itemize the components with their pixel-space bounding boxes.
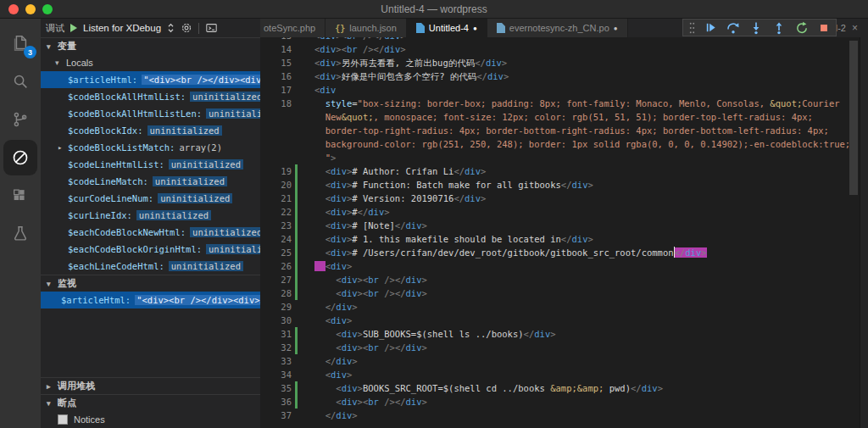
debug-console-icon[interactable] — [205, 22, 218, 34]
config-dropdown-icon[interactable] — [167, 23, 175, 33]
section-watch[interactable]: ▾ 监视 — [41, 275, 260, 292]
step-out-button[interactable] — [772, 21, 786, 35]
variable-row[interactable]: $codeBlockAllHtmlListLen:uninitializ… — [41, 105, 260, 122]
section-variables[interactable]: ▾ 变量 — [41, 37, 260, 54]
line-number[interactable]: 33 — [260, 354, 292, 368]
close-icon[interactable]: × — [852, 22, 858, 34]
code-line[interactable]: 15<div>另外再去看看, 之前出bug的代码</div> — [260, 56, 868, 69]
variable-row[interactable]: $codeLineHtmlList:uninitialized — [41, 156, 260, 173]
code-line[interactable]: 23 <div># [Note]</div> — [260, 219, 868, 232]
code-line[interactable]: 24 <div># 1. this makefile should be loc… — [260, 232, 868, 246]
code-line[interactable]: 16<div>好像是中间包含多个空行? 的代码</div> — [260, 69, 868, 83]
editor-lines[interactable]: 13<div><br /></div>14<div><br /></div>15… — [260, 37, 868, 428]
code-line[interactable]: 31 <div>SUB_BOOKS=$(shell ls ../books)</… — [260, 327, 868, 341]
continue-button[interactable] — [704, 21, 717, 34]
modified-dot-icon[interactable]: ● — [614, 25, 618, 32]
line-number[interactable]: 34 — [260, 368, 292, 381]
line-number[interactable]: 19 — [260, 164, 292, 178]
code-line[interactable]: 33 </div> — [260, 354, 868, 368]
variable-row[interactable]: ▸$codeBlockListMatch:array(2) — [41, 139, 260, 156]
variable-row[interactable]: $articleHtml:"<div><br /></div><div>… — [41, 71, 260, 88]
gear-icon[interactable] — [181, 22, 192, 34]
code-line[interactable]: 37 </div> — [260, 409, 868, 422]
code-line[interactable]: 36 <div><br /></div> — [260, 395, 868, 409]
line-number[interactable]: 22 — [260, 205, 292, 219]
line-number[interactable]: 36 — [260, 395, 292, 409]
line-number[interactable]: 32 — [260, 341, 292, 354]
watch-row[interactable]: $articleHtml: "<div><br /></div><div>… — [41, 292, 260, 308]
scrollbar[interactable] — [849, 41, 858, 195]
variable-row[interactable]: $codeBlockAllHtmlList:uninitialized — [41, 88, 260, 105]
code-line[interactable]: 26 <div> — [260, 259, 868, 273]
section-call-stack[interactable]: ▸ 调用堆栈 — [41, 377, 260, 394]
code-line[interactable]: 32 <div><br /></div> — [260, 341, 868, 354]
line-number[interactable] — [260, 124, 292, 137]
sidebar-item-test[interactable] — [3, 216, 37, 252]
line-number[interactable]: 30 — [260, 314, 292, 327]
line-number[interactable] — [260, 151, 292, 164]
code-line[interactable]: 17<div — [260, 83, 868, 97]
code-line[interactable]: 35 <div>BOOKS_SRC_ROOT=$(shell cd ../boo… — [260, 381, 868, 395]
close-window-button[interactable] — [8, 4, 19, 14]
code-line[interactable]: 28 <div><br /></div> — [260, 286, 868, 300]
tab-launch-json[interactable]: {} launch.json — [326, 19, 407, 37]
sidebar-item-source-control[interactable] — [3, 102, 37, 137]
drag-handle-icon[interactable] — [689, 21, 695, 35]
code-line[interactable]: 34 <div> — [260, 368, 868, 381]
line-number[interactable]: 23 — [260, 219, 292, 232]
stop-button[interactable] — [818, 22, 830, 34]
modified-dot-icon[interactable]: ● — [473, 25, 477, 32]
code-line[interactable]: 21 <div># Version: 20190716</div> — [260, 192, 868, 205]
line-number[interactable]: 26 — [260, 259, 292, 273]
code-line[interactable]: 27 <div><br /></div> — [260, 273, 868, 286]
line-number[interactable] — [260, 110, 292, 124]
code-line[interactable]: "> — [260, 151, 868, 164]
code-line[interactable]: 25 <div># /Users/crifan/dev/dev_root/git… — [260, 246, 868, 259]
code-line[interactable]: border-top-right-radius: 4px; border-bot… — [260, 124, 868, 137]
tab-notesync-php[interactable]: oteSync.php — [260, 19, 326, 37]
line-number[interactable]: 35 — [260, 381, 292, 395]
breakpoint-checkbox[interactable] — [58, 414, 68, 425]
variable-row[interactable]: $eachCodeBlockNewHtml:uninitialized — [41, 224, 260, 241]
start-debugging-button[interactable] — [70, 24, 77, 32]
code-line[interactable]: 14<div><br /></div> — [260, 42, 868, 56]
breakpoint-row[interactable]: Notices — [41, 411, 260, 428]
code-line[interactable]: 22 <div>#</div> — [260, 205, 868, 219]
code-line[interactable]: 29 </div> — [260, 300, 868, 314]
code-line[interactable]: 20 <div># Function: Batch make for all g… — [260, 178, 868, 192]
line-number[interactable]: 37 — [260, 409, 292, 422]
sidebar-item-run-debug[interactable] — [3, 140, 37, 175]
line-number[interactable]: 14 — [260, 42, 292, 56]
minimize-window-button[interactable] — [25, 4, 36, 14]
line-number[interactable]: 27 — [260, 273, 292, 286]
line-number[interactable]: 31 — [260, 327, 292, 341]
code-line[interactable]: New&quot;, monospace; font-size: 12px; c… — [260, 110, 868, 124]
sidebar-item-search[interactable] — [3, 64, 37, 99]
section-breakpoints[interactable]: ▾ 断点 — [41, 394, 260, 411]
line-number[interactable]: 16 — [260, 69, 292, 83]
sidebar-item-explorer[interactable]: 3 — [3, 25, 37, 61]
code-line[interactable]: 30 <div> — [260, 314, 868, 327]
variable-row[interactable]: $eachCodeBlockOriginHtml:uninitializ… — [41, 241, 260, 258]
variable-row[interactable]: $curLineIdx:uninitialized — [41, 207, 260, 224]
chevron-right-icon[interactable]: ▸ — [58, 143, 68, 152]
code-line[interactable]: 19 <div># Author: Crifan Li</div> — [260, 164, 868, 178]
code-line[interactable]: background-color: rgb(251, 250, 248); bo… — [260, 137, 868, 151]
step-into-button[interactable] — [749, 21, 763, 35]
line-number[interactable]: 15 — [260, 56, 292, 69]
line-number[interactable] — [260, 137, 292, 151]
zoom-window-button[interactable] — [42, 4, 53, 14]
line-number[interactable]: 29 — [260, 300, 292, 314]
step-over-button[interactable] — [726, 21, 740, 35]
code-line[interactable]: 18 style="box-sizing: border-box; paddin… — [260, 97, 868, 110]
line-number[interactable]: 24 — [260, 232, 292, 246]
tab-untitled-4[interactable]: Untitled-4 ● — [407, 19, 487, 37]
line-number[interactable]: 20 — [260, 178, 292, 192]
tab-evernotesync-po[interactable]: evernotesync-zh_CN.po ● — [487, 19, 628, 37]
line-number[interactable]: 25 — [260, 246, 292, 259]
line-number[interactable]: 28 — [260, 286, 292, 300]
restart-button[interactable] — [795, 21, 809, 35]
variable-row[interactable]: $curCodeLineNum:uninitialized — [41, 190, 260, 207]
variable-row[interactable]: $eachLineCodeHtml:uninitialized — [41, 258, 260, 275]
line-number[interactable]: 17 — [260, 83, 292, 97]
